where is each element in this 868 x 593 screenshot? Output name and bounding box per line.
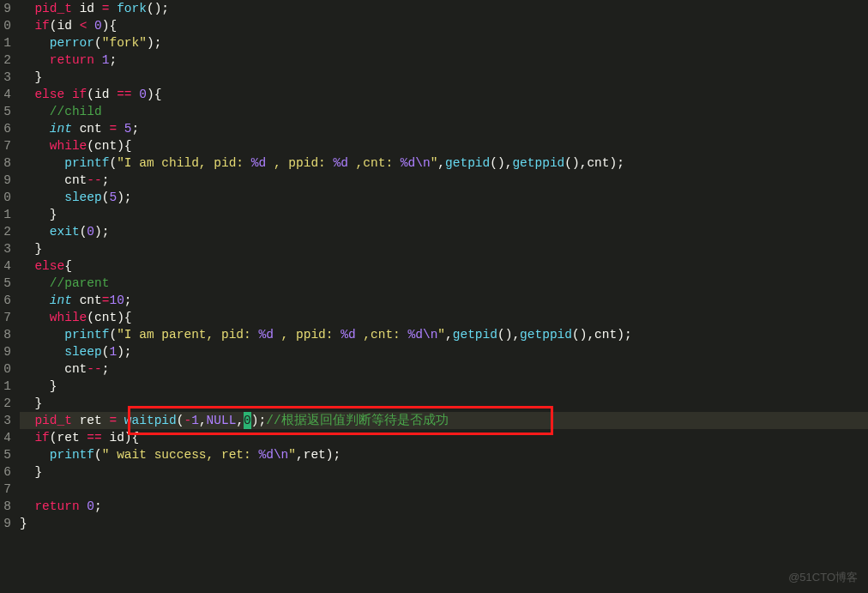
code-line[interactable]: } bbox=[20, 463, 868, 481]
line-number: 3 bbox=[0, 412, 11, 429]
code-line[interactable]: cnt--; bbox=[20, 172, 868, 189]
line-number: 8 bbox=[0, 154, 11, 172]
line-number: 3 bbox=[0, 69, 11, 86]
code-line[interactable]: else if(id == 0){ bbox=[20, 86, 868, 103]
code-line[interactable]: while(cnt){ bbox=[20, 309, 868, 326]
line-number: 4 bbox=[0, 429, 11, 446]
line-number-gutter: 9 0 1 2 3 4 5 6 7 8 9 0 1 2 3 4 5 6 7 8 … bbox=[0, 0, 11, 593]
line-number: 9 bbox=[0, 172, 11, 189]
line-number: 2 bbox=[0, 223, 11, 240]
line-number: 4 bbox=[0, 257, 11, 275]
code-line[interactable]: while(cnt){ bbox=[20, 137, 868, 154]
code-line[interactable]: if(ret == id){ bbox=[20, 429, 868, 446]
line-number: 0 bbox=[0, 360, 11, 378]
line-number: 9 bbox=[0, 515, 11, 532]
token-func: fork bbox=[117, 2, 147, 15]
watermark-text: @51CTO博客 bbox=[788, 569, 858, 586]
code-editor[interactable]: 9 0 1 2 3 4 5 6 7 8 9 0 1 2 3 4 5 6 7 8 … bbox=[0, 0, 868, 593]
line-number: 0 bbox=[0, 17, 11, 34]
code-line[interactable]: int cnt = 5; bbox=[20, 120, 868, 137]
code-line[interactable]: } bbox=[20, 69, 868, 86]
token-comment: //parent bbox=[50, 276, 110, 290]
line-number: 2 bbox=[0, 51, 11, 69]
code-line[interactable]: return 1; bbox=[20, 51, 868, 69]
line-number: 5 bbox=[0, 446, 11, 463]
line-number: 7 bbox=[0, 481, 11, 498]
code-line[interactable] bbox=[20, 481, 868, 498]
code-line[interactable]: if(id < 0){ bbox=[20, 17, 868, 34]
line-number: 1 bbox=[0, 34, 11, 51]
code-line[interactable]: printf("I am parent, pid: %d , ppid: %d … bbox=[20, 326, 868, 343]
code-line[interactable]: printf("I am child, pid: %d , ppid: %d ,… bbox=[20, 154, 868, 172]
line-number: 8 bbox=[0, 498, 11, 515]
code-line[interactable]: else{ bbox=[20, 257, 868, 275]
code-line[interactable]: int cnt=10; bbox=[20, 292, 868, 309]
code-line[interactable]: return 0; bbox=[20, 498, 868, 515]
line-number: 7 bbox=[0, 137, 11, 154]
code-line[interactable]: //child bbox=[20, 103, 868, 120]
code-area[interactable]: pid_t id = fork(); if(id < 0){ perror("f… bbox=[11, 0, 868, 593]
line-number: 9 bbox=[0, 343, 11, 360]
token-type: pid_t bbox=[34, 2, 72, 15]
line-number: 5 bbox=[0, 103, 11, 120]
line-number: 2 bbox=[0, 395, 11, 412]
code-line[interactable]: cnt--; bbox=[20, 360, 868, 378]
code-line[interactable]: sleep(5); bbox=[20, 189, 868, 206]
code-line[interactable]: exit(0); bbox=[20, 223, 868, 240]
token-comment: //根据返回值判断等待是否成功 bbox=[266, 414, 448, 427]
line-number: 3 bbox=[0, 240, 11, 257]
line-number: 6 bbox=[0, 292, 11, 309]
code-line[interactable]: } bbox=[20, 240, 868, 257]
line-number: 0 bbox=[0, 189, 11, 206]
code-line[interactable]: perror("fork"); bbox=[20, 34, 868, 51]
code-line[interactable]: printf(" wait success, ret: %d\n",ret); bbox=[20, 446, 868, 463]
token-comment: //child bbox=[50, 105, 102, 118]
line-number: 4 bbox=[0, 86, 11, 103]
line-number: 6 bbox=[0, 463, 11, 481]
line-number: 8 bbox=[0, 326, 11, 343]
code-line[interactable]: } bbox=[20, 515, 868, 532]
code-line[interactable]: //parent bbox=[20, 275, 868, 292]
line-number: 5 bbox=[0, 275, 11, 292]
cursor-selection: 0 bbox=[244, 412, 251, 429]
code-line[interactable]: } bbox=[20, 395, 868, 412]
line-number: 9 bbox=[0, 0, 11, 17]
code-line[interactable]: pid_t id = fork(); bbox=[20, 0, 868, 17]
code-line[interactable]: } bbox=[20, 206, 868, 223]
line-number: 1 bbox=[0, 206, 11, 223]
line-number: 1 bbox=[0, 378, 11, 395]
code-line[interactable]: } bbox=[20, 378, 868, 395]
line-number: 6 bbox=[0, 120, 11, 137]
line-number: 7 bbox=[0, 309, 11, 326]
code-line-current[interactable]: pid_t ret = waitpid(-1,NULL,0);//根据返回值判断… bbox=[20, 412, 868, 429]
code-line[interactable]: sleep(1); bbox=[20, 343, 868, 360]
